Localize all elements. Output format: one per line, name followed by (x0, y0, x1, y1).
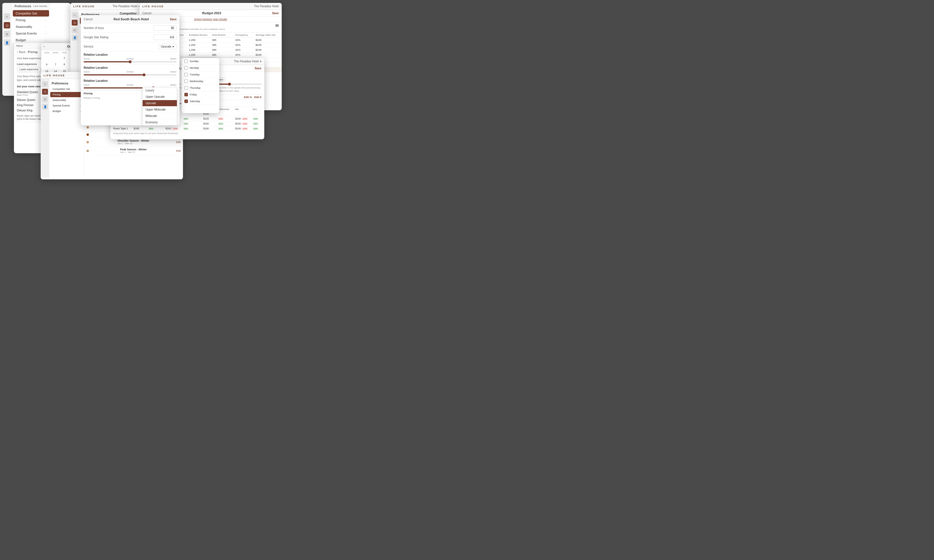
pl-logo: LIFE HOUSE (43, 74, 65, 77)
edit-pct-button[interactable]: Edit % (244, 96, 252, 98)
sidebar-icon-3[interactable]: ⊕ (72, 27, 77, 33)
calendar-prev[interactable]: ‹ (43, 45, 45, 48)
logo-small: LIFE HOUSE (33, 5, 47, 8)
service-dropdown[interactable]: Upscale ▾ (158, 44, 177, 49)
season-info: Peak Season - Winter Jan 1 - Mar 15 (120, 148, 147, 154)
slider-bar[interactable] (83, 61, 177, 62)
guardrails-row-4: Room Type 1$180 30% $100 -10% 30% $180 3… (110, 126, 264, 131)
sidebar-icon-2[interactable]: ◫ (72, 20, 77, 26)
season-dot (86, 150, 89, 152)
checkbox-thursday[interactable] (184, 86, 188, 90)
dropdown-item-economy[interactable]: Economy (143, 119, 177, 125)
room-name: Standard Queen Base Price (17, 91, 38, 96)
calendar-day[interactable] (43, 55, 50, 61)
season-item: Peak Season - Winter Jan 1 - Mar 15 Edit (84, 146, 183, 155)
calendar-day[interactable]: 6 (43, 61, 50, 68)
sidebar-icon-chart[interactable]: ◫ (4, 22, 10, 28)
menu-item-special-events[interactable]: Special Events › (13, 30, 49, 37)
dropdown-item-midscale[interactable]: Midscale (143, 113, 177, 119)
pl-item-competitor[interactable]: Competitor Set › (50, 86, 83, 92)
season-dot (86, 141, 89, 143)
calendar-day[interactable]: 8 (61, 61, 68, 68)
dropdown-item-upper-upscale[interactable]: Upper Upscale (143, 94, 177, 100)
checkbox-tuesday[interactable] (184, 73, 188, 76)
dropdown-arrow: ▾ (173, 45, 174, 48)
price-slider-thumb[interactable] (228, 83, 231, 86)
sidebar-icon-user[interactable]: 👤 (4, 40, 10, 46)
sidebar-icon-link[interactable]: ⊕ (4, 31, 10, 37)
budget-topbar: LIFE HOUSE The Paradise Hotel (139, 3, 282, 10)
sidebar-icon-1[interactable]: ≡ (72, 12, 77, 18)
season-edit[interactable]: Edit (176, 149, 181, 152)
slider-labels: Worst Similar Better (83, 57, 177, 60)
day-item-saturday: Saturday (182, 98, 219, 105)
calendar-day[interactable] (52, 55, 59, 61)
slider-fill (83, 74, 144, 75)
panel-days-of-week: Sunday Monday Tuesday Wednesday Thursday… (182, 58, 219, 113)
calendar-day[interactable]: 7 (52, 61, 59, 68)
field-service: Service Upscale ▾ Luxury Upper Upscale U… (81, 42, 179, 51)
menu-item-pricing[interactable]: Pricing › (13, 17, 49, 23)
option-least-expensive[interactable]: Least expensive (17, 67, 41, 72)
preferences-title: Preferences (14, 5, 31, 8)
pl-item-seasonality[interactable]: Seasonality › (50, 97, 83, 103)
menu-item-budget[interactable]: Budget › (13, 37, 49, 43)
dropdown-item-upper-midscale[interactable]: Upper Midscale (143, 106, 177, 113)
checkbox-wednesday[interactable] (184, 80, 188, 83)
comp-modal-save[interactable]: Save (170, 18, 177, 21)
day-item-friday: Friday (182, 91, 219, 98)
season-edit[interactable]: Edit (176, 141, 181, 144)
dropdown-item-luxury[interactable]: Luxury (143, 87, 177, 94)
back-arrow: ‹ (17, 51, 18, 54)
comp-modal-cancel[interactable]: Cancel (83, 18, 93, 21)
edit-dollar-button[interactable]: Edit $ (254, 96, 261, 98)
checkbox-friday[interactable] (184, 93, 188, 96)
pl-left-nav: Preferences Competitor Set › Pricing › S… (49, 79, 84, 178)
comp-modal-header: Cancel Red South Beach Hotel Save (81, 15, 179, 23)
budget-hotel: The Paradise Hotel (254, 5, 279, 8)
input-star-rating[interactable] (153, 35, 177, 40)
input-num-keys[interactable] (153, 25, 177, 31)
pref-logo: LIFE HOUSE (73, 5, 95, 8)
sidebar-icon-4[interactable]: 👤 (72, 35, 77, 41)
calendar-day[interactable]: 1 (61, 55, 68, 61)
season-dot (86, 126, 89, 129)
pl-ico-4[interactable]: 👤 (42, 104, 48, 110)
checkbox-sunday[interactable] (184, 60, 188, 63)
dropdown-item-upscale[interactable]: Upscale (143, 100, 177, 106)
day-item-tuesday: Tuesday (182, 71, 219, 78)
slider-bar[interactable] (83, 74, 177, 75)
day-item-sunday: Sunday (182, 58, 219, 65)
pref-center-topbar: LIFE HOUSE The Paradise Hotel ▾ (70, 3, 143, 10)
pl-item-budget[interactable]: Budget › (50, 109, 83, 114)
checkbox-saturday[interactable] (184, 100, 188, 103)
pref-hotel-name: The Paradise Hotel ▾ (113, 5, 140, 8)
checkbox-monday[interactable] (184, 66, 188, 70)
preferences-header: Preferences LIFE HOUSE (12, 3, 50, 10)
budget-save[interactable]: Save (272, 12, 279, 15)
slider-thumb[interactable] (143, 74, 145, 76)
ls-save[interactable]: Save (255, 67, 261, 70)
field-num-keys: Number of keys (81, 23, 179, 33)
pl-item-pricing[interactable]: Pricing › (50, 92, 83, 97)
pl-sidebar: ≡ ◫ ⊕ 👤 (41, 79, 49, 178)
pl-ico-2[interactable]: ◫ (42, 89, 48, 95)
menu-item-seasonality[interactable]: Seasonality › (13, 23, 49, 30)
chevron-down-icon: ▾ (260, 60, 261, 63)
pl-ico-1[interactable]: ≡ (42, 81, 48, 87)
ls-hotel: The Paradise Hotel ▾ (234, 60, 261, 63)
slider-labels: Worst Similar Better (83, 71, 177, 73)
budget-logo: LIFE HOUSE (142, 5, 164, 8)
pl-nav-title: Preferences (49, 81, 84, 86)
panel-comp-modal: Cancel Red South Beach Hotel Save Number… (81, 15, 179, 125)
pl-ico-3[interactable]: ⊕ (42, 96, 48, 102)
comp-modal-title: Red South Beach Hotel (114, 17, 149, 21)
season-dot (86, 134, 89, 136)
slider-thumb[interactable] (129, 60, 131, 63)
guardrails-edit-buttons: Edit % Edit $ (244, 96, 261, 98)
pl-item-special[interactable]: Special Events › (50, 103, 83, 108)
sidebar-icon-menu[interactable]: ≡ (4, 13, 10, 20)
budget-cancel[interactable]: Cancel (142, 12, 151, 15)
menu-item-competitor-set[interactable]: Competitor Set › (13, 10, 49, 17)
slider-fill (83, 61, 130, 62)
